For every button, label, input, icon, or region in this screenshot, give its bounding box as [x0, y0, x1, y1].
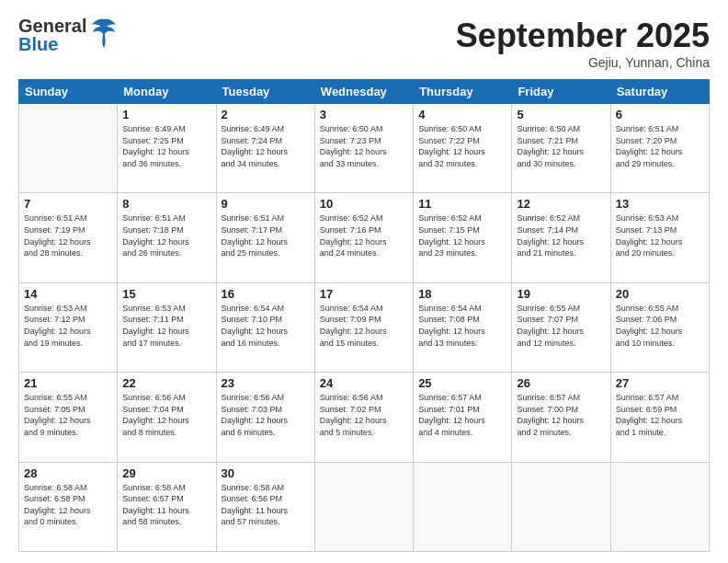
day-info: Sunrise: 6:50 AM Sunset: 7:21 PM Dayligh… — [517, 123, 605, 169]
week-row-1: 1Sunrise: 6:49 AM Sunset: 7:25 PM Daylig… — [19, 104, 710, 193]
day-number: 1 — [122, 108, 210, 121]
calendar-cell: 16Sunrise: 6:54 AM Sunset: 7:10 PM Dayli… — [216, 282, 314, 372]
day-info: Sunrise: 6:58 AM Sunset: 6:57 PM Dayligh… — [122, 482, 210, 528]
day-number: 6 — [616, 108, 704, 121]
calendar-cell — [19, 104, 118, 193]
day-number: 18 — [418, 287, 506, 301]
day-info: Sunrise: 6:54 AM Sunset: 7:08 PM Dayligh… — [418, 303, 506, 349]
calendar-cell: 25Sunrise: 6:57 AM Sunset: 7:01 PM Dayli… — [414, 373, 512, 462]
day-number: 16 — [222, 287, 310, 301]
calendar-cell: 26Sunrise: 6:57 AM Sunset: 7:00 PM Dayli… — [512, 373, 610, 462]
day-number: 26 — [517, 376, 605, 390]
day-info: Sunrise: 6:57 AM Sunset: 7:01 PM Dayligh… — [418, 392, 506, 438]
day-number: 22 — [122, 376, 210, 390]
logo-bird-icon — [90, 17, 118, 50]
weekday-friday: Friday — [512, 80, 610, 104]
day-number: 13 — [616, 197, 704, 211]
calendar-cell: 1Sunrise: 6:49 AM Sunset: 7:25 PM Daylig… — [118, 104, 216, 193]
logo-general: General — [18, 17, 86, 35]
logo-block: General Blue — [18, 17, 118, 53]
calendar-cell: 18Sunrise: 6:54 AM Sunset: 7:08 PM Dayli… — [414, 282, 512, 372]
day-info: Sunrise: 6:53 AM Sunset: 7:12 PM Dayligh… — [24, 303, 112, 349]
calendar-cell — [512, 462, 610, 551]
calendar-cell: 5Sunrise: 6:50 AM Sunset: 7:21 PM Daylig… — [512, 104, 610, 193]
logo: General Blue — [18, 17, 118, 53]
calendar-cell: 19Sunrise: 6:55 AM Sunset: 7:07 PM Dayli… — [512, 282, 610, 372]
calendar-cell: 28Sunrise: 6:58 AM Sunset: 6:58 PM Dayli… — [19, 462, 118, 551]
day-number: 24 — [320, 376, 408, 390]
day-info: Sunrise: 6:56 AM Sunset: 7:04 PM Dayligh… — [122, 392, 210, 438]
day-info: Sunrise: 6:51 AM Sunset: 7:17 PM Dayligh… — [222, 213, 310, 259]
weekday-header-row: SundayMondayTuesdayWednesdayThursdayFrid… — [19, 80, 710, 104]
calendar-cell — [314, 462, 413, 551]
day-number: 23 — [222, 376, 310, 390]
calendar-cell: 12Sunrise: 6:52 AM Sunset: 7:14 PM Dayli… — [512, 193, 610, 282]
day-info: Sunrise: 6:58 AM Sunset: 6:56 PM Dayligh… — [222, 482, 310, 528]
day-number: 27 — [616, 376, 704, 390]
calendar-cell: 6Sunrise: 6:51 AM Sunset: 7:20 PM Daylig… — [610, 104, 709, 193]
day-info: Sunrise: 6:50 AM Sunset: 7:23 PM Dayligh… — [320, 123, 408, 169]
day-info: Sunrise: 6:56 AM Sunset: 7:03 PM Dayligh… — [222, 392, 310, 438]
day-number: 25 — [418, 376, 506, 390]
calendar-cell: 17Sunrise: 6:54 AM Sunset: 7:09 PM Dayli… — [314, 282, 413, 372]
day-info: Sunrise: 6:54 AM Sunset: 7:09 PM Dayligh… — [320, 303, 408, 349]
day-info: Sunrise: 6:57 AM Sunset: 6:59 PM Dayligh… — [616, 392, 704, 438]
calendar-cell: 15Sunrise: 6:53 AM Sunset: 7:11 PM Dayli… — [118, 282, 216, 372]
calendar-cell: 3Sunrise: 6:50 AM Sunset: 7:23 PM Daylig… — [314, 104, 413, 193]
day-number: 20 — [616, 287, 704, 301]
week-row-5: 28Sunrise: 6:58 AM Sunset: 6:58 PM Dayli… — [19, 462, 710, 551]
calendar-cell — [610, 462, 709, 551]
day-number: 21 — [24, 376, 112, 390]
calendar-cell: 23Sunrise: 6:56 AM Sunset: 7:03 PM Dayli… — [216, 373, 314, 462]
weekday-thursday: Thursday — [414, 80, 512, 104]
weekday-tuesday: Tuesday — [216, 80, 314, 104]
calendar-cell: 11Sunrise: 6:52 AM Sunset: 7:15 PM Dayli… — [414, 193, 512, 282]
week-row-4: 21Sunrise: 6:55 AM Sunset: 7:05 PM Dayli… — [19, 373, 710, 462]
calendar-cell: 14Sunrise: 6:53 AM Sunset: 7:12 PM Dayli… — [19, 282, 118, 372]
day-number: 5 — [517, 108, 605, 121]
calendar-cell: 24Sunrise: 6:56 AM Sunset: 7:02 PM Dayli… — [314, 373, 413, 462]
title-block: September 2025 Gejiu, Yunnan, China — [456, 17, 710, 70]
day-number: 7 — [24, 197, 112, 211]
day-info: Sunrise: 6:55 AM Sunset: 7:06 PM Dayligh… — [616, 303, 704, 349]
day-info: Sunrise: 6:55 AM Sunset: 7:05 PM Dayligh… — [24, 392, 112, 438]
week-row-3: 14Sunrise: 6:53 AM Sunset: 7:12 PM Dayli… — [19, 282, 710, 372]
calendar-cell — [414, 462, 512, 551]
day-info: Sunrise: 6:51 AM Sunset: 7:19 PM Dayligh… — [24, 213, 112, 259]
day-number: 30 — [222, 466, 310, 480]
calendar-cell: 9Sunrise: 6:51 AM Sunset: 7:17 PM Daylig… — [216, 193, 314, 282]
day-number: 11 — [418, 197, 506, 211]
calendar-cell: 21Sunrise: 6:55 AM Sunset: 7:05 PM Dayli… — [19, 373, 118, 462]
day-number: 9 — [222, 197, 310, 211]
month-title: September 2025 — [456, 17, 710, 55]
calendar-cell: 27Sunrise: 6:57 AM Sunset: 6:59 PM Dayli… — [610, 373, 709, 462]
day-info: Sunrise: 6:49 AM Sunset: 7:25 PM Dayligh… — [122, 123, 210, 169]
day-info: Sunrise: 6:50 AM Sunset: 7:22 PM Dayligh… — [418, 123, 506, 169]
day-number: 3 — [320, 108, 408, 121]
weekday-monday: Monday — [118, 80, 216, 104]
day-info: Sunrise: 6:52 AM Sunset: 7:16 PM Dayligh… — [320, 213, 408, 259]
day-info: Sunrise: 6:55 AM Sunset: 7:07 PM Dayligh… — [517, 303, 605, 349]
page: General Blue September 2025 Gejiu, Yunna… — [0, 0, 728, 563]
calendar-cell: 29Sunrise: 6:58 AM Sunset: 6:57 PM Dayli… — [118, 462, 216, 551]
calendar-table: SundayMondayTuesdayWednesdayThursdayFrid… — [18, 79, 710, 552]
weekday-saturday: Saturday — [610, 80, 709, 104]
day-number: 8 — [122, 197, 210, 211]
calendar-cell: 2Sunrise: 6:49 AM Sunset: 7:24 PM Daylig… — [216, 104, 314, 193]
calendar-cell: 7Sunrise: 6:51 AM Sunset: 7:19 PM Daylig… — [19, 193, 118, 282]
day-info: Sunrise: 6:54 AM Sunset: 7:10 PM Dayligh… — [222, 303, 310, 349]
logo-blue: Blue — [18, 35, 86, 53]
day-info: Sunrise: 6:52 AM Sunset: 7:14 PM Dayligh… — [517, 213, 605, 259]
day-number: 2 — [222, 108, 310, 121]
day-info: Sunrise: 6:51 AM Sunset: 7:20 PM Dayligh… — [616, 123, 704, 169]
day-number: 10 — [320, 197, 408, 211]
day-number: 14 — [24, 287, 112, 301]
calendar-cell: 13Sunrise: 6:53 AM Sunset: 7:13 PM Dayli… — [610, 193, 709, 282]
weekday-wednesday: Wednesday — [314, 80, 413, 104]
calendar-cell: 10Sunrise: 6:52 AM Sunset: 7:16 PM Dayli… — [314, 193, 413, 282]
calendar-cell: 4Sunrise: 6:50 AM Sunset: 7:22 PM Daylig… — [414, 104, 512, 193]
day-info: Sunrise: 6:56 AM Sunset: 7:02 PM Dayligh… — [320, 392, 408, 438]
day-info: Sunrise: 6:51 AM Sunset: 7:18 PM Dayligh… — [122, 213, 210, 259]
day-number: 4 — [418, 108, 506, 121]
header: General Blue September 2025 Gejiu, Yunna… — [18, 17, 710, 70]
